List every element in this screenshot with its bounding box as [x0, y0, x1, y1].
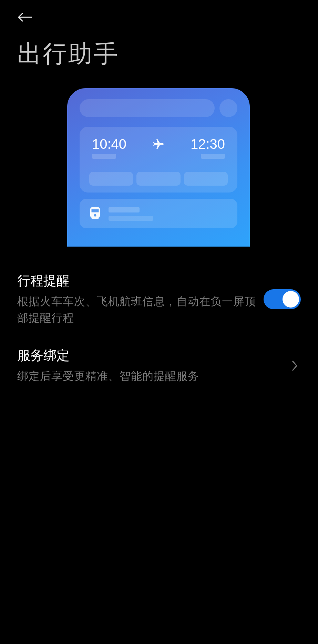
setting-service-binding[interactable]: 服务绑定 绑定后享受更精准、智能的提醒服务 [17, 340, 301, 398]
setting-description: 根据火车车次、飞机航班信息，自动在负一屏顶部提醒行程 [17, 293, 257, 326]
preview-segment-placeholder [184, 172, 228, 186]
setting-title: 服务绑定 [17, 347, 280, 364]
preview-arrival-time: 12:30 [191, 136, 225, 152]
setting-text-block: 服务绑定 绑定后享受更精准、智能的提醒服务 [17, 347, 287, 384]
preview-label-placeholder [92, 154, 116, 159]
preview-train-text-placeholder [109, 206, 153, 221]
preview-header [80, 99, 237, 117]
preview-line-placeholder [109, 207, 140, 212]
preview-flight-times: 10:40 12:30 [89, 136, 228, 152]
preview-search-bar-placeholder [80, 99, 215, 117]
setting-description: 绑定后享受更精准、智能的提醒服务 [17, 368, 280, 384]
back-arrow-icon [17, 12, 32, 22]
preview-departure-time: 10:40 [92, 136, 126, 152]
preview-flight-labels [89, 154, 228, 159]
setting-trip-reminder[interactable]: 行程提醒 根据火车车次、飞机航班信息，自动在负一屏顶部提醒行程 [17, 265, 301, 340]
train-icon [88, 206, 102, 221]
settings-list: 行程提醒 根据火车车次、飞机航班信息，自动在负一屏顶部提醒行程 服务绑定 绑定后… [17, 265, 301, 398]
trip-reminder-toggle[interactable] [264, 289, 301, 309]
airplane-icon [152, 138, 165, 150]
setting-text-block: 行程提醒 根据火车车次、飞机航班信息，自动在负一屏顶部提醒行程 [17, 272, 264, 326]
preview-label-placeholder [201, 154, 225, 159]
preview-flight-card: 10:40 12:30 [80, 127, 237, 193]
preview-avatar-placeholder [219, 99, 237, 117]
page-title: 出行助手 [17, 38, 119, 70]
toggle-knob [283, 291, 299, 308]
preview-segment-placeholder [89, 172, 133, 186]
preview-segment-placeholder [136, 172, 180, 186]
preview-flight-segments [89, 172, 228, 186]
preview-train-card [80, 199, 237, 228]
chevron-right-icon [291, 360, 298, 372]
preview-line-placeholder [109, 216, 153, 221]
setting-title: 行程提醒 [17, 272, 257, 290]
back-button[interactable] [17, 10, 38, 24]
preview-illustration: 10:40 12:30 [67, 88, 250, 247]
